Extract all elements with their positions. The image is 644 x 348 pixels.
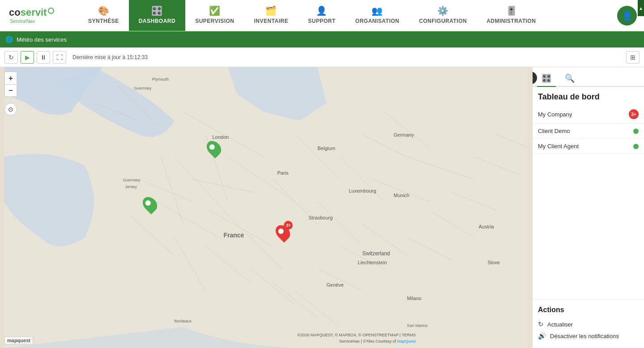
nav-item-organisation[interactable]: 👥 ORGANISATION [345,0,409,31]
sidebar-tabs: 🎛️ 🔍 [533,67,644,87]
tab-search[interactable]: 🔍 [560,71,579,87]
expand-button[interactable]: ⛶ [53,51,66,64]
nav-label-support: SUPPORT [308,18,336,24]
refresh-button[interactable]: ↻ [4,51,18,64]
logo-subtitle: ServiceNav [10,18,54,24]
zoom-in-button[interactable]: + [4,72,17,84]
dashboard-icon: 🎛️ [151,5,163,16]
supervision-icon: ✅ [209,5,221,16]
main-area: London Paris Belgium Germany Luxembourg … [0,67,644,348]
map-container[interactable]: London Paris Belgium Germany Luxembourg … [0,67,532,348]
logo-circle-icon [48,8,54,14]
nav-items: 🎨 SYNTHÈSE 🎛️ DASHBOARD ✅ SUPERVISION 🗂️… [78,0,617,31]
list-item-my-company[interactable]: My Company 3+ [533,105,644,124]
list-item-client-demo[interactable]: Client Demo [533,124,644,139]
nav-label-inventaire: INVENTAIRE [254,18,289,24]
attribution-line1: ©2016 MAPQUEST, © MAPBOX, © OPENSTREETMA… [298,332,416,339]
sidebar-actions: Actions ↻ Actualiser 🔊 Désactiver les no… [533,299,644,348]
nav-label-configuration: CONFIGURATION [419,18,467,24]
map-attribution: ©2016 MAPQUEST, © MAPBOX, © OPENSTREETMA… [298,332,416,344]
svg-text:Plymouth: Plymouth [152,77,169,82]
scroll-up-icon: ▲ [639,6,643,11]
item-name-my-client-agent: My Client Agent [538,143,579,150]
nav-item-administration[interactable]: 🎚️ ADMINISTRATION [477,0,546,31]
nav-item-supervision[interactable]: ✅ SUPERVISION [185,0,244,31]
svg-text:Guernsey: Guernsey [134,86,152,90]
pause-button[interactable]: ⏸ [37,51,50,64]
item-name-my-company: My Company [538,111,572,118]
item-badge-my-company: 3+ [629,109,639,119]
action-desactiver-notifications[interactable]: 🔊 Désactiver les notifications [538,330,639,342]
svg-text:France: France [224,232,244,239]
tab-dashboard[interactable]: 🎛️ [537,71,556,87]
compass-button[interactable]: ⊙ [4,103,17,116]
svg-text:Jersey: Jersey [125,185,137,189]
svg-text:Milano: Milano [407,296,422,301]
nav-label-administration: ADMINISTRATION [486,18,536,24]
marker-paris[interactable] [208,140,220,156]
user-avatar[interactable]: 👤 [617,6,637,26]
nav-item-synthese[interactable]: 🎨 SYNTHÈSE [78,0,129,31]
svg-text:Guernsey: Guernsey [123,178,141,182]
item-status-client-demo [633,129,639,134]
mapquest-link[interactable]: MapQuest [397,339,416,344]
nav-item-support[interactable]: 👤 SUPPORT [298,0,345,31]
scrollbar-up-area[interactable]: ▲ [638,0,644,16]
map-svg: London Paris Belgium Germany Luxembourg … [0,67,532,348]
svg-text:Slove: Slove [488,260,500,265]
svg-text:Austria: Austria [479,224,495,229]
configuration-icon: ⚙️ [437,5,449,16]
attribution-line2: ServiceNav | ©Tiles Courtesy of MapQuest [298,339,416,345]
svg-text:Genève: Genève [327,282,344,288]
logo-area: coservit ServiceNav [0,0,78,31]
svg-text:Germany: Germany [394,132,414,137]
marker-geneva[interactable]: 3+ [277,224,289,241]
support-icon: 👤 [316,5,328,16]
svg-text:Switzerland: Switzerland [363,250,390,257]
svg-text:Munich: Munich [394,193,409,198]
nav-item-inventaire[interactable]: 🗂️ INVENTAIRE [244,0,299,31]
nav-label-synthese: SYNTHÈSE [88,18,119,24]
svg-text:Luxembourg: Luxembourg [349,188,376,193]
dashboard-tab-icon: 🎛️ [542,74,551,83]
last-update-timestamp: Dernière mise à jour à 15:12:33 [73,54,623,60]
sidebar-list: My Company 3+ Client Demo My Client Agen… [533,105,644,202]
item-status-my-client-agent [633,144,639,149]
svg-text:Bordeaux: Bordeaux [175,319,192,323]
marker-western-france[interactable] [144,196,156,212]
nav-label-supervision: SUPERVISION [195,18,234,24]
action-actualiser[interactable]: ↻ Actualiser [538,318,639,330]
svg-text:London: London [213,134,229,140]
weather-icon: 🌐 [5,36,13,43]
item-name-client-demo: Client Demo [538,128,570,134]
top-navigation: coservit ServiceNav 🎨 SYNTHÈSE 🎛️ DASHBO… [0,0,644,31]
actions-title: Actions [538,306,639,314]
nav-label-organisation: ORGANISATION [355,18,399,24]
toggle-arrow-icon: ▶ [532,74,533,82]
refresh-action-icon: ↻ [538,320,544,328]
nav-item-dashboard[interactable]: 🎛️ DASHBOARD [129,0,186,31]
list-item-my-client-agent[interactable]: My Client Agent [533,139,644,154]
svg-text:Liechtenstein: Liechtenstein [358,260,387,265]
sidebar: ▶ 🎛️ 🔍 Tableau de bord My Company 3+ Cli… [532,67,644,348]
logo: coservit ServiceNav [9,7,54,23]
avatar-icon: 👤 [622,10,633,21]
zoom-out-button[interactable]: − [4,84,17,97]
synthese-icon: 🎨 [98,5,110,16]
subtitle-label: Météo des services [17,36,67,43]
play-button[interactable]: ▶ [21,51,34,64]
nav-item-configuration[interactable]: ⚙️ CONFIGURATION [409,0,477,31]
action-label-actualiser: Actualiser [547,321,573,328]
grid-button[interactable]: ⊞ [626,51,640,64]
action-label-desactiver: Désactiver les notifications [550,333,619,339]
logo-name: coservit [9,7,47,18]
speaker-action-icon: 🔊 [538,332,546,340]
sidebar-title: Tableau de bord [533,87,644,105]
inventaire-icon: 🗂️ [265,5,277,16]
svg-text:Paris: Paris [277,170,289,176]
map-zoom-controls: + − [4,72,17,97]
mapquest-logo: mapquest [4,336,33,344]
nav-label-dashboard: DASHBOARD [139,18,176,24]
administration-icon: 🎚️ [506,5,517,16]
subtitle-bar: 🌐 Météo des services ▲ [0,31,644,47]
